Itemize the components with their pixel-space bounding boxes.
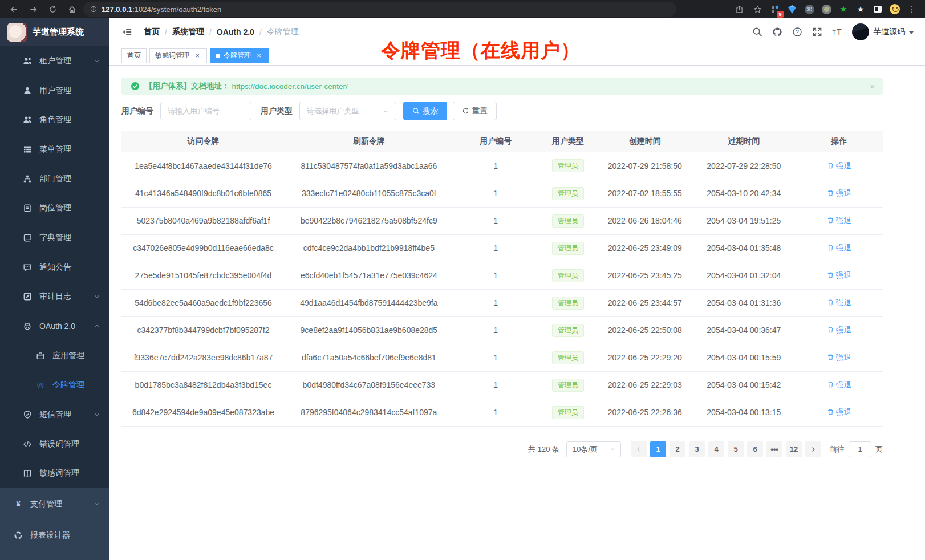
page-button-3[interactable]: 3 [689,441,705,457]
site-info-icon[interactable] [90,6,97,13]
home-icon[interactable] [64,1,80,17]
force-logout-button[interactable]: 强退 [827,270,851,281]
goto-page-input[interactable] [849,441,871,457]
prev-page-button[interactable] [631,441,647,457]
command-extension-icon[interactable]: ⌘ [802,2,817,17]
search-button[interactable]: 搜索 [403,102,447,120]
page-size-select[interactable]: 10条/页 [566,441,621,457]
sidebar-item-app[interactable]: 应用管理 [0,341,109,371]
refresh-cell: be90422b8c7946218275a508bf524fc9 [285,207,453,234]
sidebar-item-code[interactable]: 错误码管理 [0,429,109,459]
white-star-extension-icon[interactable]: ★ [853,2,868,17]
share-icon[interactable] [731,1,747,17]
page-button-5[interactable]: 5 [728,441,744,457]
user-menu[interactable]: 芋道源码 [852,23,914,40]
side-panel-icon[interactable] [870,2,885,17]
github-icon[interactable] [772,27,782,37]
close-icon[interactable] [193,52,201,60]
breadcrumb-item[interactable]: 系统管理 [172,27,204,37]
sidebar-item-label: 岗位管理 [39,203,71,213]
force-logout-button[interactable]: 强退 [827,407,851,417]
breadcrumb-item[interactable]: OAuth 2.0 [217,27,254,36]
force-logout-button[interactable]: 强退 [827,188,851,198]
page-ellipsis[interactable]: ••• [766,441,782,457]
user-id-cell: 1 [453,344,539,371]
sidebar-item-report[interactable]: 报表设计器 [0,520,109,551]
alert-close-icon[interactable] [870,82,875,91]
access-cell: f9336e7c7dd242a283ee98dc86b17a87 [121,344,285,371]
refresh-cell: e6cfd40eb1f54571a31e775e039c4624 [285,262,453,289]
help-icon[interactable]: ? [792,27,802,37]
green-star-extension-icon[interactable]: ★ [836,2,851,17]
page-button-12[interactable]: 12 [786,441,802,457]
user-type-select[interactable]: 请选择用户类型 [299,102,396,120]
tab-home[interactable]: 首页 [121,48,147,63]
force-logout-button[interactable]: 强退 [827,325,851,335]
client-icon [23,322,32,331]
status-badge: 管理员 [552,214,584,228]
page-button-2[interactable]: 2 [670,441,685,457]
table-row: c347026e805e4d99b0d116eae66eda8ccdfc4ce9… [121,234,883,262]
force-logout-button[interactable]: 强退 [827,352,851,363]
sidebar-logo[interactable]: 芋道管理系统 [0,18,109,46]
user-id-label: 用户编号 [121,106,153,116]
address-bar[interactable]: 127.0.0.1:1024/system/oauth2/token [83,2,676,17]
record-extension-icon[interactable] [819,2,834,17]
app-header: 首页/系统管理/OAuth 2.0/令牌管理 ? TT 芋道源码 [109,18,925,46]
access-cell: 41c41346a548490f9dc8b01c6bfe0865 [121,180,285,207]
sidebar-item-book-open[interactable]: 敏感词管理 [0,459,109,489]
fullscreen-icon[interactable] [812,27,822,37]
sidebar-item-client[interactable]: OAuth 2.0 [0,311,109,341]
sidebar-item-label: 短信管理 [39,409,71,420]
forward-icon[interactable] [25,1,41,17]
page-button-4[interactable]: 4 [708,441,724,457]
force-logout-button[interactable]: 强退 [827,216,851,226]
force-logout-button[interactable]: 强退 [827,298,851,308]
breadcrumb-item[interactable]: 首页 [144,27,160,37]
tab-sensitive-words[interactable]: 敏感词管理 [149,48,207,63]
chevron-down-icon [94,293,100,300]
next-page-button[interactable] [805,441,821,457]
app-icon [36,351,45,360]
reset-button[interactable]: 重置 [453,102,497,120]
sidebar-item-dict[interactable]: 字典管理 [0,223,109,253]
reload-icon[interactable] [44,1,60,17]
expires-cell: 2054-03-04 00:15:42 [692,371,795,399]
access-cell: 54d6be82ee5a460a9aedc1f9bf223656 [121,289,285,316]
sidebar-item-tree-table[interactable]: 菜单管理 [0,135,109,164]
page-button-6[interactable]: 6 [747,441,763,457]
kebab-menu-icon[interactable]: ⋮ [904,2,919,17]
force-logout-button[interactable]: 强退 [827,161,851,171]
sidebar-item-post[interactable]: 岗位管理 [0,193,109,223]
search-icon[interactable] [752,27,762,37]
force-logout-button[interactable]: 强退 [827,380,851,390]
sidebar-collapse-icon[interactable] [117,27,137,37]
user-type-cell: 管理员 [539,316,598,344]
close-icon[interactable] [255,52,263,60]
created-cell: 2022-06-25 22:26:36 [597,399,692,426]
user-id-input[interactable] [160,102,251,120]
gem-extension-icon[interactable] [785,2,800,17]
tab-token[interactable]: 令牌管理 [210,48,269,63]
sidebar-menu: 租户管理用户管理角色管理菜单管理部门管理岗位管理字典管理通知公告审计日志OAut… [0,46,109,560]
force-logout-button[interactable]: 强退 [827,243,851,253]
sidebar-item-message[interactable]: 通知公告 [0,253,109,282]
sidebar-item-token[interactable]: (A)令牌管理 [0,371,109,400]
refresh-cell: 811c530487574fa0af1a59d3abc1aa66 [285,152,453,180]
extension-grid-icon[interactable]: 9 [768,2,782,17]
doc-link[interactable]: https://doc.iocoder.cn/user-center/ [232,82,348,91]
page-button-1[interactable]: 1 [650,441,666,457]
sidebar-item-log[interactable]: 审计日志 [0,282,109,312]
svg-text:T: T [837,27,842,36]
log-icon [23,292,32,301]
sidebar-item-peoples[interactable]: 角色管理 [0,105,109,135]
sidebar-item-user[interactable]: 用户管理 [0,76,109,105]
sidebar-item-sms[interactable]: 短信管理 [0,400,109,429]
sidebar-item-pay[interactable]: ¥支付管理 [0,488,109,520]
font-size-icon[interactable]: TT [832,27,842,37]
bookmark-star-icon[interactable] [749,1,765,17]
profile-avatar[interactable] [887,2,902,17]
back-icon[interactable] [6,1,22,17]
sidebar-item-tree[interactable]: 部门管理 [0,164,109,194]
sidebar-item-peoples[interactable]: 租户管理 [0,46,109,76]
